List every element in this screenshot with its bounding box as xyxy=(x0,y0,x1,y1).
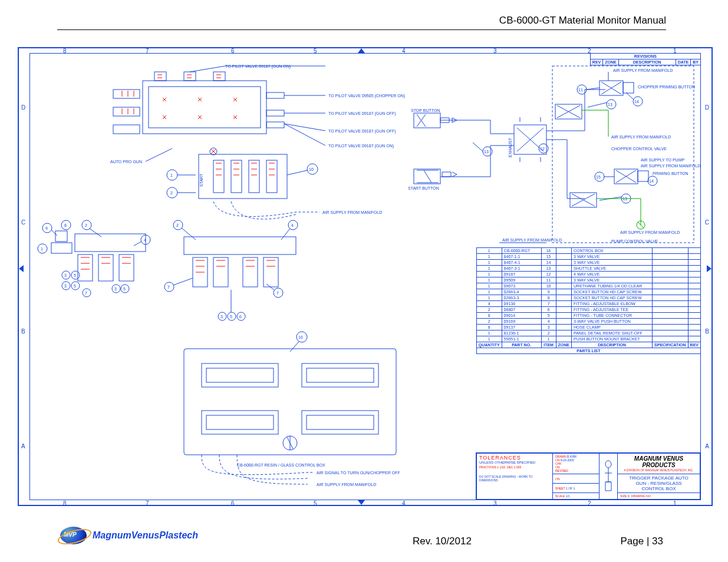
svg-text:14: 14 xyxy=(634,100,639,104)
svg-text:4: 4 xyxy=(291,223,294,227)
parts-row: 18407-3-113SHUTTLE VALVE xyxy=(476,266,700,272)
parts-row: 2088076FITTING - ADJUSTABLE TEE xyxy=(476,307,700,313)
rev-hdr-date: DATE xyxy=(676,59,691,65)
pneumatic-schematic: STOP BUTTON START BUTTON EXHAUST 12 13 A… xyxy=(408,66,700,243)
parts-row: 1CB-6000-RGT16CONTROL BOX xyxy=(476,248,700,254)
svg-text:5: 5 xyxy=(74,273,76,277)
label-pump-control-valve: PUMP CONTROL VALVE xyxy=(611,239,658,243)
svg-text:14: 14 xyxy=(649,179,654,183)
tolerances-sub: UNLESS OTHERWISE SPECIFIED xyxy=(479,461,550,464)
svg-rect-12 xyxy=(266,92,284,98)
svg-rect-29 xyxy=(98,254,113,281)
tb-sheet: 1 OF 1 xyxy=(566,487,575,490)
label-air-supply-manifold-7: AIR SUPPLY FROM MANIFOLD xyxy=(620,230,680,234)
exploded-view-right: 2 4 7 7 3 5 6 xyxy=(164,220,298,320)
svg-text:16: 16 xyxy=(298,335,303,339)
svg-rect-8 xyxy=(213,72,225,81)
svg-rect-4 xyxy=(143,81,266,134)
svg-text:10: 10 xyxy=(309,167,314,171)
label-air-supply-manifold-5: AIR SUPPLY FROM MANIFOLD xyxy=(613,68,673,72)
auto-pro-gun-assembly xyxy=(113,66,325,146)
svg-text:6: 6 xyxy=(239,315,242,319)
svg-rect-106 xyxy=(638,171,648,181)
svg-text:5: 5 xyxy=(74,284,76,288)
svg-rect-14 xyxy=(266,122,284,128)
tb-title-2: GUN - RESIN/GLASS xyxy=(620,481,697,486)
parts-row: 20916943-WAY VALVE PUSH BUTTON xyxy=(476,319,700,325)
mvp-globe-icon xyxy=(60,527,87,544)
header-rule xyxy=(57,29,666,30)
svg-rect-10 xyxy=(113,107,140,116)
svg-rect-30 xyxy=(119,254,134,281)
svg-text:1: 1 xyxy=(41,247,43,251)
svg-rect-11 xyxy=(113,125,140,134)
svg-text:1: 1 xyxy=(170,173,173,177)
svg-rect-31 xyxy=(51,243,72,253)
label-air-supply-manifold-2: AIR SUPPLY FROM MANIFOLD xyxy=(317,482,376,487)
svg-marker-1 xyxy=(358,500,365,505)
rev-hdr-rev: REV xyxy=(590,59,602,65)
svg-text:15: 15 xyxy=(596,175,601,179)
parts-row: 18407-4-1143 WAY VALVE xyxy=(476,260,700,266)
parts-row: 181236-12PANEL DETAIL REMOTE SHUT-OFF xyxy=(476,330,700,336)
svg-rect-18 xyxy=(249,160,259,193)
svg-text:3: 3 xyxy=(114,287,117,291)
parts-list: 1CB-6000-RGT16CONTROL BOX18407-1-1153 WA… xyxy=(476,247,701,354)
label-air-supply-to-pump: AIR SUPPLY TO PUMP xyxy=(641,158,685,162)
svg-text:3: 3 xyxy=(220,315,223,319)
doc-header-title: CB-6000-GT Material Monitor Manual xyxy=(499,15,666,27)
parts-row: 10907310URETHANE TUBING 1/4 OD CLEAR xyxy=(476,283,700,289)
parts-row: 8090145FITTING - TUBE CONNECTOR xyxy=(476,313,700,319)
svg-text:13: 13 xyxy=(484,150,489,154)
rev-hdr-zone: ZONE xyxy=(603,59,618,65)
brand-text: MagnumVenusPlastech xyxy=(93,530,198,541)
svg-text:9: 9 xyxy=(45,226,48,230)
tb-title-3: CONTROL BOX xyxy=(620,486,697,491)
label-pilot-valve-gun-off: TO PILOT VALVE 09187 (GUN OFF) xyxy=(328,111,396,116)
svg-rect-81 xyxy=(202,411,278,434)
drawing-frame: 8 7 6 5 4 3 2 1 8 7 6 5 4 3 2 1 D C B A … xyxy=(18,47,713,506)
tolerances-label: TOLERANCES xyxy=(479,455,550,461)
brand-logo: MagnumVenusPlastech xyxy=(60,527,198,544)
label-pilot-valve-gun-on-2: TO PILOT VALVE 09187 (GUN ON) xyxy=(328,144,394,148)
tb-date: 8-23-2005 xyxy=(561,458,574,462)
svg-text:11: 11 xyxy=(578,88,583,92)
svg-rect-61 xyxy=(263,257,278,287)
svg-rect-32 xyxy=(55,231,67,242)
parts-row: 109509113 WAY VALVE xyxy=(476,277,700,283)
revision-text: Rev. 10/2012 xyxy=(413,535,472,547)
svg-text:3: 3 xyxy=(64,284,67,288)
label-pilot-valve-gun-off-2: TO PILOT VALVE 09187 (GUN OFF) xyxy=(328,129,396,134)
label-pilot-valve-chopper-on: TO PILOT VALVE 09505 (CHOPPER ON) xyxy=(328,94,405,98)
svg-rect-79 xyxy=(302,363,378,387)
start-bracket: START xyxy=(199,148,287,199)
exploded-view-left: 9 8 2 1 4 3 5 3 5 7 3 5 xyxy=(38,220,150,297)
svg-rect-59 xyxy=(213,257,228,287)
svg-text:13: 13 xyxy=(608,103,612,107)
label-start-button: START BUTTON xyxy=(408,186,439,190)
svg-rect-13 xyxy=(266,110,284,116)
revisions-block: REVISIONS REV ZONE DESCRIPTION DATE BY xyxy=(590,53,701,65)
label-air-supply-manifold-1: AIR SUPPLY FROM MANIFOLD xyxy=(322,210,382,214)
revisions-title: REVISIONS xyxy=(590,54,700,59)
tb-title-1: TRIGGER PACKAGE AUTO xyxy=(620,475,697,481)
svg-text:2: 2 xyxy=(85,223,87,227)
label-air-signal-off: AIR SIGNAL TO TURN GUN/CHOPPER OFF xyxy=(317,471,400,475)
parts-row: 155051-11PUSH BUTTON MOUNT BRACKET xyxy=(476,336,700,342)
company-name: MAGNUM VENUS PRODUCTS xyxy=(620,455,697,468)
svg-marker-0 xyxy=(358,48,365,53)
svg-point-115 xyxy=(605,461,611,468)
control-box: 16 xyxy=(184,332,396,484)
title-block: TOLERANCES UNLESS OTHERWISE SPECIFIED FR… xyxy=(476,452,701,500)
rev-hdr-desc: DESCRIPTION xyxy=(618,59,676,65)
label-air-supply-manifold-4: AIR SUPPLY FROM MANIFOLD xyxy=(611,135,671,139)
svg-rect-16 xyxy=(213,160,224,193)
svg-text:8: 8 xyxy=(64,223,67,227)
svg-text:3: 3 xyxy=(64,273,67,277)
svg-text:5: 5 xyxy=(123,287,126,291)
svg-rect-83 xyxy=(302,411,378,434)
label-chopper-control-valve: CHOPPER CONTROL VALVE xyxy=(611,147,667,151)
svg-text:7: 7 xyxy=(85,291,87,295)
svg-text:2: 2 xyxy=(170,191,173,195)
svg-marker-3 xyxy=(707,265,711,272)
